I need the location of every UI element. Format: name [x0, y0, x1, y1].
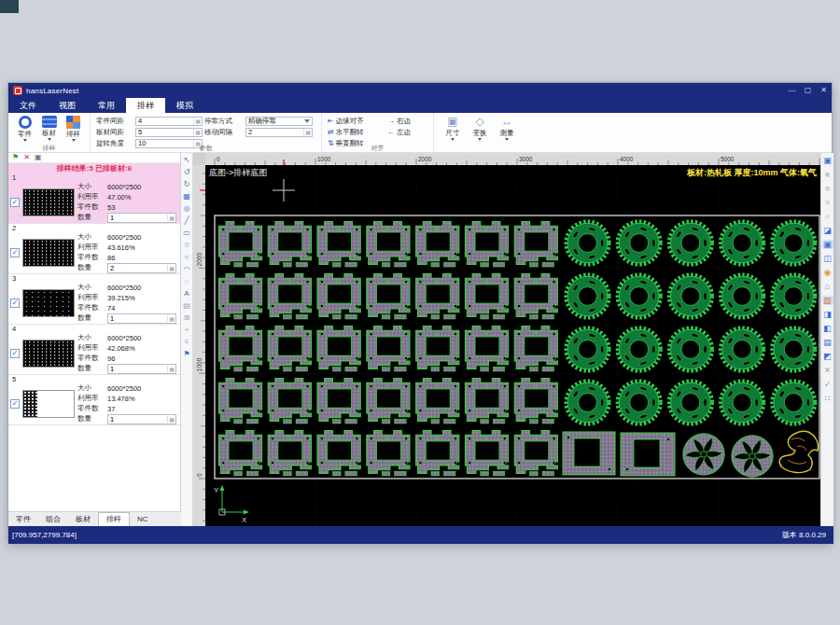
move-step-input[interactable]: 2▦: [245, 128, 313, 137]
spinner-icon[interactable]: ▦: [167, 265, 175, 271]
spinner-icon[interactable]: ▦: [167, 315, 175, 322]
print-icon[interactable]: ▤: [183, 301, 190, 310]
edge-align-button[interactable]: ⇤边缘对齐: [328, 117, 387, 126]
spinner-icon[interactable]: ▦: [167, 366, 175, 372]
list-view-icon[interactable]: ▤: [822, 338, 833, 347]
spinner-icon[interactable]: ▦: [167, 215, 175, 221]
star-tool-icon[interactable]: ☆: [183, 241, 189, 249]
chat-icon[interactable]: ◫: [822, 254, 833, 263]
copy-result-icon[interactable]: ▣: [35, 153, 42, 162]
corner-view-icon[interactable]: ◩: [822, 352, 833, 361]
nest-button[interactable]: 排样: [63, 115, 83, 142]
sheet-thumbnail[interactable]: [22, 340, 75, 368]
svg-text:2000: 2000: [196, 253, 203, 267]
ellipse-tool-icon[interactable]: ◌: [185, 277, 189, 285]
menu-tab-5[interactable]: 模拟: [165, 98, 204, 113]
minimize-button[interactable]: —: [784, 83, 800, 98]
quantity-input[interactable]: 1▦: [107, 313, 176, 324]
undo-icon[interactable]: ↺: [184, 168, 190, 176]
flip-horizontal-button[interactable]: ⇄水平翻转: [328, 128, 387, 137]
restore-button[interactable]: ▢: [800, 83, 816, 98]
menu-tab-3[interactable]: 常用: [87, 98, 126, 113]
spinner-icon[interactable]: ▦: [193, 118, 202, 125]
arc-tool-icon[interactable]: ◠: [184, 265, 190, 273]
layers-icon[interactable]: ≡: [185, 338, 189, 346]
dock-mode-select[interactable]: 精确停靠: [245, 117, 313, 126]
start-nest-icon[interactable]: ⚑: [12, 153, 19, 162]
sheet-thumbnail[interactable]: [22, 239, 75, 267]
close-button[interactable]: ✕: [816, 83, 832, 98]
image-icon[interactable]: ▦: [183, 192, 190, 201]
swatch-icon[interactable]: ■: [822, 212, 833, 221]
blueprint-icon[interactable]: ▣: [822, 156, 833, 165]
size-button[interactable]: ▣ 尺寸: [442, 115, 463, 141]
quantity-input[interactable]: 1▦: [107, 364, 176, 374]
fit-view-icon[interactable]: ◪: [822, 226, 833, 235]
align-left-button[interactable]: ←左边: [387, 128, 430, 137]
split-view-icon[interactable]: ◧: [822, 324, 833, 333]
quantity-input[interactable]: 2▦: [107, 263, 176, 273]
parts-button[interactable]: 零件: [15, 115, 35, 142]
sidebar-tab-1[interactable]: 零件: [8, 513, 38, 526]
circle-tool-icon[interactable]: ○: [185, 253, 189, 261]
nest-result-item[interactable]: 1 ✓ 大小6000*2500 利用率47.00% 零件数53 数量1▦: [8, 174, 180, 224]
spinner-icon[interactable]: ▦: [193, 129, 202, 136]
sidebar-tab-2[interactable]: 组合: [38, 513, 68, 526]
spinner-icon[interactable]: ▦: [167, 416, 175, 423]
line-tool-icon[interactable]: ╱: [185, 216, 189, 225]
item-checkbox[interactable]: ✓: [10, 349, 20, 358]
item-checkbox[interactable]: ✓: [10, 299, 20, 308]
item-checkbox[interactable]: ✓: [10, 198, 20, 207]
sheet-spacing-input[interactable]: 5▦: [135, 128, 203, 137]
sheet-thumbnail[interactable]: [22, 188, 75, 216]
monitor-icon[interactable]: ▣: [822, 240, 833, 249]
zoom-icon[interactable]: ◎: [184, 204, 190, 213]
size-label: 大小: [77, 283, 107, 292]
nest-result-item[interactable]: 4 ✓ 大小6000*2500 利用率42.068% 零件数96 数量1▦: [8, 325, 180, 375]
part-spacing-input[interactable]: 4▦: [135, 117, 203, 126]
delete-result-icon[interactable]: ✕: [23, 153, 30, 162]
nest-result-item[interactable]: 3 ✓ 大小6000*2500 利用率39.215% 零件数74 数量1▦: [8, 274, 180, 325]
nest-result-item[interactable]: 2 ✓ 大小6000*2500 利用率43.616% 零件数86 数量2▦: [8, 224, 180, 274]
nesting-canvas[interactable]: 0100020003000400050006000010002000 底图->排…: [193, 153, 820, 526]
menu-tab-4[interactable]: 排样: [126, 98, 165, 113]
sheet-thumbnail[interactable]: [22, 289, 75, 317]
redo-icon[interactable]: ↻: [184, 180, 190, 188]
transform-button[interactable]: ◇ 变换: [469, 115, 490, 141]
item-checkbox[interactable]: ✓: [10, 399, 20, 409]
sidebar-tab-4[interactable]: 排样: [98, 512, 130, 526]
delete-icon[interactable]: ✕: [822, 366, 833, 375]
move-icon[interactable]: +: [185, 326, 189, 334]
spinner-icon[interactable]: ▦: [303, 129, 312, 136]
menu-tab-1[interactable]: 文件: [8, 98, 48, 113]
swatch-icon[interactable]: ■: [822, 170, 833, 179]
menu-tab-2[interactable]: 视图: [48, 98, 87, 113]
check-icon[interactable]: ✓: [822, 380, 833, 389]
gear-icon[interactable]: ◉: [822, 268, 833, 277]
sidebar-tab-3[interactable]: 板材: [68, 513, 98, 526]
app-window: hansLaserNest — ▢ ✕ 文件视图常用排样模拟 零件 板材: [7, 82, 833, 543]
array-icon[interactable]: ⊞: [184, 313, 190, 322]
button-label: 变换: [473, 129, 487, 137]
item-checkbox[interactable]: ✓: [10, 248, 20, 257]
canvas-area[interactable]: 0100020003000400050006000010002000 底图->排…: [193, 153, 820, 526]
quantity-input[interactable]: 1▦: [107, 414, 176, 424]
select-arrow-icon[interactable]: ↖: [184, 156, 190, 164]
sheet-thumbnail[interactable]: [22, 390, 75, 418]
flag-icon[interactable]: ⚑: [183, 350, 189, 358]
home-icon[interactable]: ⌂: [822, 282, 833, 291]
text-tool-icon[interactable]: A: [184, 289, 189, 298]
rect-tool-icon[interactable]: ▭: [183, 229, 190, 237]
sidebar-tab-5[interactable]: NC: [130, 513, 156, 526]
quantity-input[interactable]: 1▦: [107, 213, 176, 223]
svg-text:板材:热轧板 厚度:10mm 气体:氧气: 板材:热轧板 厚度:10mm 气体:氧气: [686, 168, 817, 177]
sheets-button[interactable]: 板材: [39, 115, 59, 142]
flip-view-icon[interactable]: ◨: [822, 310, 833, 319]
swatch-icon[interactable]: ■: [822, 198, 833, 207]
align-right-button[interactable]: →右边: [387, 117, 430, 126]
panel-icon[interactable]: ▥: [822, 296, 833, 305]
measure-button[interactable]: ↔ 测量: [497, 115, 517, 141]
grid-icon[interactable]: ∷: [822, 394, 833, 403]
swatch-icon[interactable]: ■: [822, 184, 833, 193]
nest-result-item[interactable]: 5 ✓ 大小6000*2500 利用率13.478% 零件数37 数量1▦: [8, 375, 180, 425]
